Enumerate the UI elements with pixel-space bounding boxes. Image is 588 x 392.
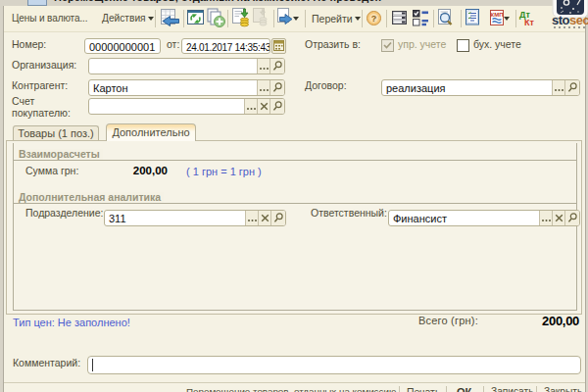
svg-text:?: ? xyxy=(371,14,377,24)
svg-text:Кт: Кт xyxy=(524,18,534,26)
svg-text:КМП: КМП xyxy=(491,12,504,18)
